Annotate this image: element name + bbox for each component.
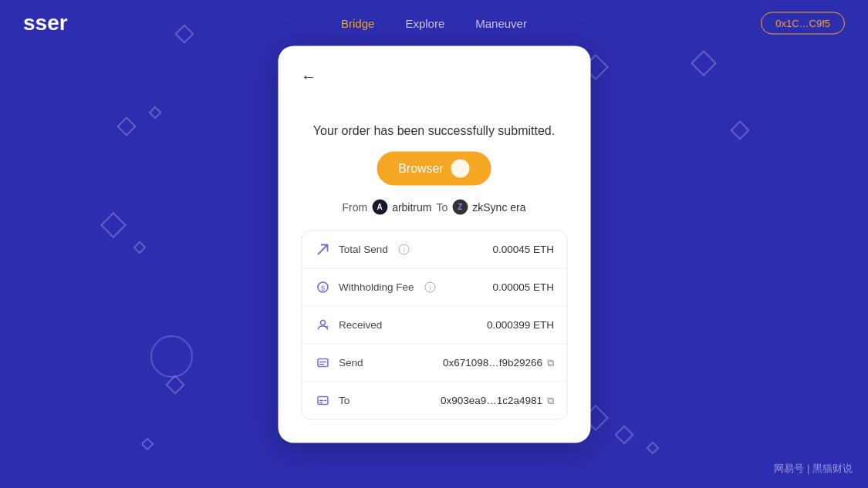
withholding-fee-info-icon[interactable]: i — [425, 281, 436, 292]
withholding-fee-value: 0.00005 ETH — [492, 281, 554, 293]
received-label: Received — [339, 319, 382, 331]
route-row: From A arbitrum To Z zkSync era — [301, 199, 567, 214]
svg-text:$: $ — [320, 284, 324, 291]
total-send-value: 0.00045 ETH — [492, 244, 554, 255]
send-addr-icon — [314, 354, 331, 371]
main-card: ← Your order has been successfully submi… — [278, 45, 590, 443]
nav-explore[interactable]: Explore — [405, 17, 444, 30]
wallet-button[interactable]: 0x1C…C9f5 — [761, 12, 845, 35]
copy-send-icon[interactable]: ⧉ — [547, 356, 554, 369]
to-label: To — [436, 200, 448, 213]
nav-maneuver[interactable]: Maneuver — [475, 17, 527, 30]
watermark: 网易号 | 黑猫财说 — [774, 462, 853, 476]
zksync-icon: Z — [452, 199, 468, 214]
header: sser Bridge Explore Maneuver 0x1C…C9f5 — [0, 0, 868, 46]
received-icon — [314, 316, 331, 333]
from-chain-label: arbitrum — [392, 200, 431, 213]
table-row: Total Send i 0.00045 ETH — [302, 231, 566, 268]
total-send-label: Total Send — [339, 244, 388, 255]
send-addr-value: 0x671098…f9b29266 ⧉ — [443, 356, 554, 369]
svg-point-2 — [320, 320, 325, 325]
success-message: Your order has been successfully submitt… — [301, 123, 567, 137]
table-row: Send 0x671098…f9b29266 ⧉ — [302, 344, 566, 382]
fee-icon: $ — [314, 278, 331, 295]
table-row: To 0x903ea9…1c2a4981 ⧉ — [302, 382, 566, 419]
svg-rect-3 — [318, 358, 328, 366]
details-box: Total Send i 0.00045 ETH $ Withholding F… — [301, 230, 567, 419]
browser-button-label: Browser — [398, 161, 444, 175]
nav-bridge[interactable]: Bridge — [341, 17, 374, 30]
copy-to-icon[interactable]: ⧉ — [547, 394, 554, 406]
main-nav: Bridge Explore Maneuver — [341, 17, 527, 30]
send-icon — [314, 241, 331, 257]
from-label: From — [342, 200, 367, 213]
send-addr-label: Send — [339, 357, 363, 369]
table-row: Received 0.000399 ETH — [302, 306, 566, 344]
received-value: 0.000399 ETH — [487, 319, 554, 331]
arbitrum-icon: A — [372, 199, 387, 214]
browser-button[interactable]: Browser — [377, 151, 491, 185]
logo: sser — [23, 11, 68, 35]
total-send-info-icon[interactable]: i — [399, 244, 410, 254]
withholding-fee-label: Withholding Fee — [339, 281, 414, 293]
to-chain-label: zkSync era — [472, 200, 525, 213]
table-row: $ Withholding Fee i 0.00005 ETH — [302, 268, 566, 306]
toggle-indicator — [451, 159, 470, 177]
to-addr-icon — [314, 392, 331, 409]
back-button[interactable]: ← — [301, 67, 316, 85]
to-addr-value: 0x903ea9…1c2a4981 ⧉ — [441, 394, 554, 406]
to-addr-label: To — [339, 395, 350, 406]
